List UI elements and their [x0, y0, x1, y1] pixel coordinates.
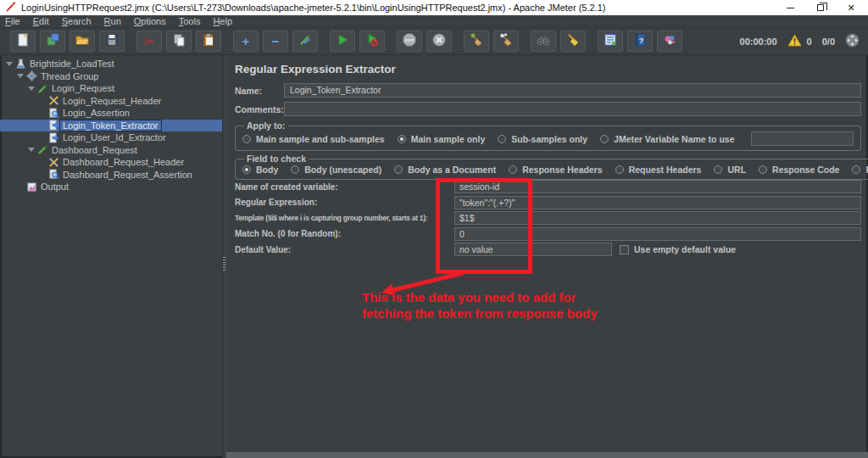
plus-icon: + [242, 35, 250, 47]
thread-group-gear-icon [25, 70, 38, 82]
radio-subsamples-only[interactable]: Sub-samples only [498, 134, 587, 144]
horizontal-scrollbar[interactable] [226, 452, 868, 458]
start-no-timers-button[interactable] [359, 31, 385, 52]
clear-all-button[interactable] [493, 31, 519, 52]
function-helper-icon [603, 32, 618, 51]
tree-item-dashboard-request-assertion[interactable]: Dashboard_Request_Assertion [0, 169, 222, 182]
menu-edit[interactable]: Edit [33, 16, 49, 26]
regex-label: Regular Expression: [235, 198, 454, 207]
start-button[interactable] [330, 31, 355, 52]
tree-item-thread-group[interactable]: Thread Group [0, 70, 222, 83]
default-value-label: Default Value: [235, 245, 454, 254]
radio-icon[interactable] [600, 135, 609, 143]
workspace: Brightside_LoadTest Thread Group Login_R… [0, 55, 868, 458]
jmeter-variable-input[interactable] [751, 131, 854, 146]
radio-icon[interactable] [759, 165, 767, 174]
regex-extractor-panel: Regular Expression Extractor Name: Login… [226, 55, 868, 458]
radio-main-sample-only[interactable]: Main sample only [398, 134, 486, 144]
radio-icon[interactable] [242, 135, 251, 143]
toggle-button[interactable] [292, 31, 318, 52]
header-manager-icon [47, 95, 60, 107]
name-input[interactable]: Login_Token_Extractor [284, 83, 861, 98]
close-button[interactable]: ✕ [846, 3, 856, 13]
tree-item-login-request[interactable]: Login_Request [0, 82, 222, 95]
templates-button[interactable] [40, 31, 65, 52]
radio-url[interactable]: URL [714, 165, 746, 175]
radio-icon[interactable] [852, 165, 860, 174]
remote-target-icon[interactable] [845, 33, 860, 49]
expander-icon[interactable] [14, 74, 25, 78]
radio-response-headers[interactable]: Response Headers [509, 165, 603, 175]
radio-icon[interactable] [615, 165, 624, 174]
radio-response-code[interactable]: Response Code [759, 165, 839, 175]
annotation-text: This is the data you need to add for fet… [362, 289, 598, 321]
expander-icon[interactable] [25, 148, 36, 152]
menu-options[interactable]: Options [134, 16, 166, 26]
divider-grip[interactable] [223, 257, 225, 271]
radio-icon[interactable] [291, 165, 299, 174]
templates-icon [45, 32, 60, 51]
paste-button[interactable] [196, 31, 221, 52]
maximize-button[interactable] [815, 3, 826, 13]
radio-body[interactable]: Body [242, 165, 278, 175]
svg-text:?: ? [639, 36, 644, 44]
start-play-icon [335, 32, 350, 51]
open-file-button[interactable] [70, 31, 95, 52]
variable-name-label: Name of created variable: [235, 182, 454, 192]
minimize-button[interactable] [785, 3, 795, 13]
radio-body-as-document[interactable]: Body as a Document [394, 165, 496, 175]
use-empty-default-checkbox[interactable] [620, 245, 629, 254]
radio-response-message[interactable]: Response Message [852, 165, 868, 175]
tree-item-test-plan[interactable]: Brightside_LoadTest [0, 58, 222, 70]
window-title: LoginUsingHTTPRequest2.jmx (C:\Users\LT-… [21, 3, 605, 13]
assertion-magnifier-icon [47, 169, 60, 181]
tree-item-login-assertion[interactable]: Login_Assertion [0, 107, 222, 120]
menu-file[interactable]: File [5, 16, 20, 26]
function-helper-button[interactable] [598, 31, 623, 52]
menu-bar: File Edit Search Run Options Tools Help [0, 15, 868, 28]
radio-icon[interactable] [242, 165, 251, 174]
clear-button[interactable] [464, 31, 489, 52]
about-splash-button[interactable] [657, 31, 682, 52]
radio-request-headers[interactable]: Request Headers [615, 165, 702, 175]
tree-item-login-token-extractor[interactable]: Login_Token_Extractor [0, 120, 222, 132]
help-button[interactable]: ? [627, 31, 653, 52]
tree-item-output[interactable]: Output [0, 181, 222, 193]
title-bar: LoginUsingHTTPRequest2.jmx (C:\Users\LT-… [0, 0, 868, 15]
comments-input[interactable] [284, 102, 861, 116]
use-empty-default-label: Use empty default value [634, 244, 736, 254]
menu-search[interactable]: Search [62, 16, 92, 26]
collapse-all-button[interactable]: − [263, 31, 288, 52]
tree-item-login-user-id-extractor[interactable]: Login_User_Id_Extractor [0, 131, 222, 144]
radio-icon[interactable] [509, 165, 517, 174]
cut-button[interactable]: ✂ [136, 31, 162, 52]
open-folder-icon [75, 32, 90, 51]
copy-icon [171, 32, 186, 51]
warning-icon[interactable] [787, 34, 802, 48]
expander-icon[interactable] [25, 87, 36, 91]
tree-item-login-request-header[interactable]: Login_Request_Header [0, 95, 222, 108]
radio-main-sample-and-subsamples[interactable]: Main sample and sub-samples [242, 134, 385, 144]
menu-tools[interactable]: Tools [179, 16, 201, 26]
radio-jmeter-variable[interactable]: JMeter Variable Name to use [600, 134, 734, 144]
reset-search-button[interactable] [560, 31, 586, 52]
shutdown-x-icon [431, 32, 447, 51]
radio-icon[interactable] [714, 165, 722, 174]
expander-icon[interactable] [3, 62, 14, 66]
tree-item-dashboard-request[interactable]: Dashboard_Request [0, 144, 222, 157]
shutdown-button[interactable] [426, 31, 452, 52]
cut-scissors-icon: ✂ [144, 36, 154, 47]
search-button[interactable] [531, 31, 556, 52]
menu-help[interactable]: Help [213, 16, 232, 26]
menu-run[interactable]: Run [104, 16, 121, 26]
radio-icon[interactable] [398, 135, 406, 143]
tree-item-dashboard-request-header[interactable]: Dashboard_Request_Header [0, 156, 222, 169]
radio-body-unescaped[interactable]: Body (unescaped) [291, 165, 381, 175]
expand-all-button[interactable]: + [233, 31, 259, 52]
copy-button[interactable] [166, 31, 192, 52]
radio-icon[interactable] [394, 165, 403, 174]
new-file-button[interactable] [10, 31, 36, 52]
radio-icon[interactable] [498, 135, 506, 143]
stop-button[interactable]: STOP [397, 31, 422, 52]
save-button[interactable] [99, 31, 125, 52]
